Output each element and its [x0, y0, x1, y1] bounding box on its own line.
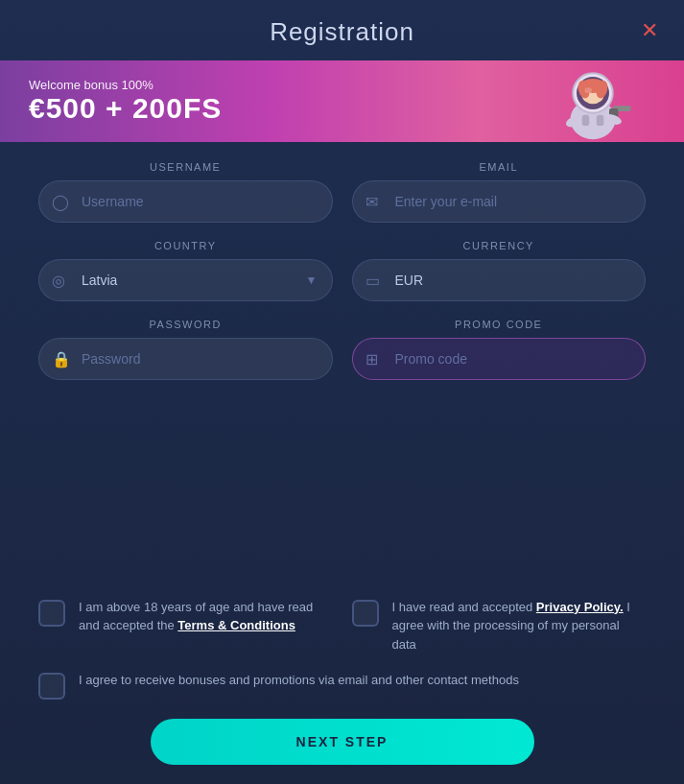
terms-checkbox-group: I am above 18 years of age and have read…	[38, 598, 333, 654]
svg-point-7	[585, 87, 593, 93]
password-input-wrapper: 🔒	[38, 338, 333, 380]
astronaut-icon	[535, 60, 650, 142]
close-button[interactable]: ✕	[634, 15, 665, 46]
lock-icon: 🔒	[52, 350, 71, 368]
username-group: USERNAME ◯	[38, 161, 333, 223]
promo-input-wrapper: ⊞	[352, 338, 647, 380]
privacy-checkbox[interactable]	[352, 600, 379, 627]
password-label: PASSWORD	[38, 319, 333, 330]
currency-input-wrapper: ▭	[352, 259, 647, 301]
modal-header: Registration ✕	[0, 0, 684, 60]
username-input[interactable]	[38, 180, 333, 223]
country-select[interactable]: Latvia Estonia Lithuania	[38, 259, 333, 301]
privacy-text: I have read and accepted Privacy Policy.…	[392, 598, 647, 654]
email-icon: ✉	[366, 193, 378, 211]
username-label: USERNAME	[38, 161, 333, 173]
form-row-3: PASSWORD 🔒 PROMO CODE ⊞	[38, 319, 646, 380]
next-step-button[interactable]: NEXT STEP	[151, 719, 534, 765]
form-row-2: COUNTRY ◎ Latvia Estonia Lithuania ▼ CUR…	[38, 240, 646, 301]
registration-modal: Registration ✕ Welcome bonus 100% €500 +…	[0, 0, 684, 784]
svg-rect-8	[582, 115, 590, 126]
username-input-wrapper: ◯	[38, 180, 333, 223]
email-input[interactable]	[352, 180, 647, 223]
checkboxes-row-2: I agree to receive bonuses and promotion…	[0, 653, 684, 700]
bonuses-checkbox[interactable]	[38, 673, 65, 700]
privacy-checkbox-group: I have read and accepted Privacy Policy.…	[352, 598, 647, 654]
banner-text: Welcome bonus 100% €500 + 200FS	[29, 78, 222, 125]
welcome-banner: Welcome bonus 100% €500 + 200FS	[0, 60, 684, 142]
terms-checkbox[interactable]	[38, 600, 65, 627]
password-group: PASSWORD 🔒	[38, 319, 333, 380]
terms-link[interactable]: Terms & Conditions	[177, 618, 295, 632]
currency-icon: ▭	[366, 272, 380, 290]
email-label: EMAIL	[352, 161, 647, 173]
terms-text: I am above 18 years of age and have read…	[79, 598, 333, 635]
promo-icon: ⊞	[366, 350, 378, 368]
svg-rect-9	[597, 115, 604, 126]
country-select-wrapper: ◎ Latvia Estonia Lithuania ▼	[38, 259, 333, 301]
banner-character	[531, 60, 655, 142]
country-label: COUNTRY	[38, 240, 333, 251]
privacy-link[interactable]: Privacy Policy.	[536, 600, 624, 614]
currency-label: CURRENCY	[352, 240, 647, 251]
location-icon: ◎	[52, 272, 65, 290]
currency-group: CURRENCY ▭	[352, 240, 647, 301]
password-input[interactable]	[38, 338, 333, 380]
promo-input[interactable]	[352, 338, 647, 380]
form-row-1: USERNAME ◯ EMAIL ✉	[38, 161, 646, 223]
email-group: EMAIL ✉	[352, 161, 647, 223]
currency-input	[352, 259, 647, 301]
checkboxes-row-1: I am above 18 years of age and have read…	[0, 588, 684, 654]
email-input-wrapper: ✉	[352, 180, 647, 223]
next-button-area: NEXT STEP	[0, 700, 684, 784]
promo-group: PROMO CODE ⊞	[352, 319, 647, 380]
banner-title: €500 + 200FS	[29, 92, 222, 125]
registration-form: USERNAME ◯ EMAIL ✉ COUNTRY ◎	[0, 142, 684, 588]
bonuses-text: I agree to receive bonuses and promotion…	[79, 671, 519, 690]
banner-subtitle: Welcome bonus 100%	[29, 78, 222, 92]
country-group: COUNTRY ◎ Latvia Estonia Lithuania ▼	[38, 240, 333, 301]
user-icon: ◯	[52, 193, 69, 211]
promo-label: PROMO CODE	[352, 319, 647, 330]
modal-title: Registration	[270, 17, 414, 47]
